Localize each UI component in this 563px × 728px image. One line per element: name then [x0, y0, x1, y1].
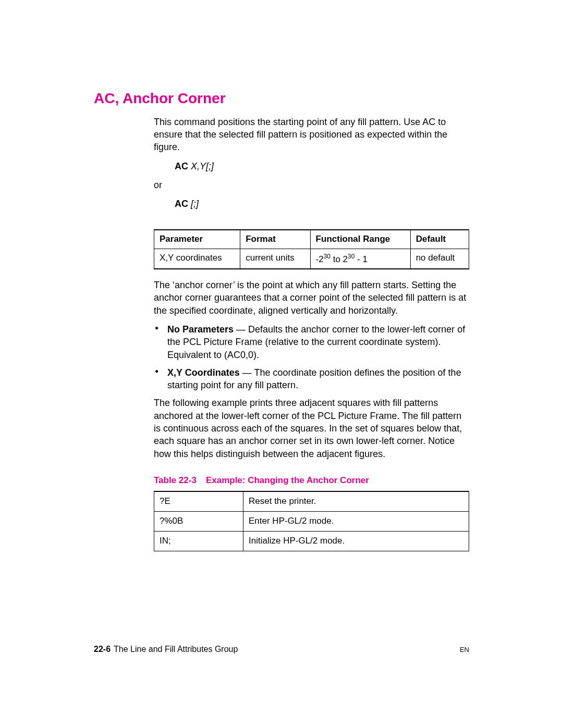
body-content: This command positions the starting poin… [154, 116, 469, 551]
syntax-args: [;] [191, 199, 199, 209]
syntax-line-1: AC X,Y[;] [175, 160, 469, 172]
syntax-command: AC [175, 199, 188, 209]
following-paragraph: The following example prints three adjac… [154, 397, 469, 460]
table-header: Functional Range [310, 230, 410, 249]
page-number: 22-6 [94, 645, 111, 653]
bullet-label: X,Y Coordinates [167, 367, 240, 378]
table-cell: current units [240, 249, 310, 269]
list-item: No Parameters — Defaults the anchor corn… [154, 323, 469, 361]
table-caption: Table 22-3Example: Changing the Anchor C… [154, 475, 469, 487]
table-row: IN; Initialize HP-GL/2 mode. [154, 531, 469, 551]
table-row: X,Y coordinates current units -230 to 23… [154, 249, 469, 269]
table-header: Default [410, 230, 469, 249]
syntax-command: AC [175, 161, 188, 171]
intro-paragraph: This command positions the starting poin… [154, 116, 469, 154]
table-row: ?%0B Enter HP-GL/2 mode. [154, 511, 469, 531]
footer-section: The Line and Fill Attributes Group [114, 645, 238, 653]
table-cell: Reset the printer. [243, 491, 469, 511]
footer-lang: EN [460, 645, 469, 655]
table-row: ?E Reset the printer. [154, 491, 469, 511]
section-heading: AC, Anchor Corner [94, 89, 469, 108]
table-title: Example: Changing the Anchor Corner [206, 475, 369, 485]
or-text: or [154, 179, 469, 191]
parameter-table: Parameter Format Functional Range Defaul… [154, 229, 469, 270]
page: AC, Anchor Corner This command positions… [0, 0, 563, 728]
table-cell: Enter HP-GL/2 mode. [243, 511, 469, 531]
table-cell: IN; [154, 531, 243, 551]
bullet-list: No Parameters — Defaults the anchor corn… [154, 323, 469, 391]
example-table: ?E Reset the printer. ?%0B Enter HP-GL/2… [154, 491, 469, 551]
page-footer: 22-6The Line and Fill Attributes Group E… [94, 644, 469, 655]
table-cell: Initialize HP-GL/2 mode. [243, 531, 469, 551]
bullet-label: No Parameters [167, 324, 234, 335]
table-cell: no default [410, 249, 469, 269]
table-cell: -230 to 230 - 1 [310, 249, 410, 269]
table-header-row: Parameter Format Functional Range Defaul… [154, 230, 469, 249]
table-header: Format [240, 230, 310, 249]
syntax-line-2: AC [;] [175, 198, 469, 210]
table-header: Parameter [154, 230, 240, 249]
footer-left: 22-6The Line and Fill Attributes Group [94, 644, 238, 655]
anchor-paragraph: The ‘anchor corner’ is the point at whic… [154, 279, 469, 317]
syntax-args: X,Y[;] [191, 161, 214, 171]
table-number: Table 22-3 [154, 475, 197, 485]
list-item: X,Y Coordinates — The coordinate positio… [154, 366, 469, 392]
table-cell: ?%0B [154, 511, 243, 531]
table-cell: X,Y coordinates [154, 249, 240, 269]
table-cell: ?E [154, 491, 243, 511]
